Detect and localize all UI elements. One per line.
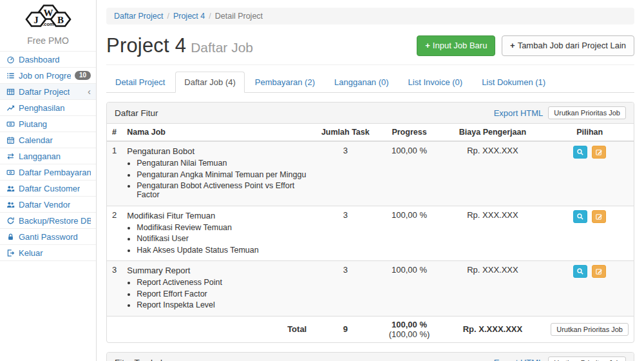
cost-cell: Rp. XXX.XXX — [440, 206, 546, 261]
edit-job-button[interactable] — [592, 146, 606, 159]
total-progress: 100,00 % (100,00 %) — [379, 316, 439, 342]
sidebar-item-backup-restore-db[interactable]: Backup/Restore DB — [0, 213, 96, 229]
job-name-cell: Pengaturan BobotPengaturan Nilai TemuanP… — [122, 141, 312, 206]
view-job-button[interactable] — [573, 265, 587, 278]
panel-fitur-tambahan: Fitur Tambahan Export HTML Urutkan Prior… — [106, 352, 634, 361]
breadcrumb-link-daftar-project[interactable]: Daftar Project — [114, 12, 163, 21]
search-icon — [576, 213, 584, 220]
sidebar-item-penghasilan[interactable]: Penghasilan — [0, 100, 96, 116]
count-badge: 10 — [75, 71, 91, 80]
breadcrumb-link-project-4[interactable]: Project 4 — [173, 12, 205, 21]
sidebar-item-label: Ganti Password — [19, 232, 78, 242]
panel-title: Daftar Fitur — [115, 108, 158, 118]
sidebar-item-dashboard[interactable]: Dashboard — [0, 52, 96, 68]
sidebar-item-daftar-pembayaran[interactable]: Daftar Pembayaran — [0, 164, 96, 180]
sidebar-item-label: Langganan — [19, 151, 61, 161]
view-job-button[interactable] — [573, 146, 587, 159]
job-table: #Nama JobJumlah TaskProgressBiaya Penger… — [107, 124, 634, 342]
sidebar-item-job-on-progress[interactable]: Job on Progress10 — [0, 68, 96, 84]
brand-logo[interactable]: W J B .com Free PMO — [0, 0, 96, 46]
sidebar-item-langganan[interactable]: Langganan — [0, 148, 96, 164]
backup-icon — [6, 217, 15, 225]
chevron-left-icon: ‹ — [88, 88, 91, 95]
edit-job-button[interactable] — [592, 265, 606, 278]
cost-cell: Rp. XXX.XXX — [440, 261, 546, 317]
column-header-jumlah-task: Jumlah Task — [312, 124, 379, 141]
sort-priority-button[interactable]: Urutkan Prioritas Job — [551, 323, 629, 336]
job-name: Pengaturan Bobot — [127, 146, 307, 156]
edit-job-button[interactable] — [592, 210, 606, 223]
sidebar-item-calendar[interactable]: Calendar — [0, 132, 96, 148]
job-subitem: Pengaturan Nilai Temuan — [137, 159, 307, 168]
sidebar-item-piutang[interactable]: Piutang — [0, 116, 96, 132]
total-row: Total 9 100,00 % (100,00 %) Rp. X.XXX.XX… — [107, 316, 634, 342]
sidebar-item-keluar[interactable]: Keluar — [0, 245, 96, 261]
job-subitem: Report Inspekta Level — [137, 300, 307, 309]
sidebar-item-daftar-vendor[interactable]: Daftar Vendor — [0, 197, 96, 213]
cost-cell: Rp. XXX.XXX — [440, 141, 546, 206]
sort-priority-button[interactable]: Urutkan Prioritas Job — [548, 356, 626, 361]
total-label: Total — [122, 316, 312, 342]
export-html-link[interactable]: Export HTML — [494, 358, 544, 361]
tab-bar: Detail Project Daftar Job (4) Pembayaran… — [106, 72, 634, 93]
sort-priority-button[interactable]: Urutkan Prioritas Job — [548, 106, 626, 119]
job-subitem: Report Activeness Point — [137, 278, 307, 287]
sidebar-item-daftar-project[interactable]: Daftar Project‹ — [0, 84, 96, 100]
edit-icon — [595, 213, 603, 220]
row-number: 1 — [107, 141, 122, 206]
actions-cell — [545, 206, 634, 261]
job-name: Modifikasi Fitur Temuan — [127, 210, 307, 220]
plus-icon: + — [425, 41, 430, 50]
jumlah-task-cell: 3 — [312, 206, 379, 261]
subscription-icon — [6, 152, 15, 161]
income-chart-icon — [6, 104, 15, 112]
row-number: 3 — [107, 261, 122, 317]
svg-text:J: J — [33, 15, 39, 25]
panel-header: Fitur Tambahan Export HTML Urutkan Prior… — [107, 353, 634, 361]
tambah-job-dari-project-lain-button[interactable]: +Tambah Job dari Project Lain — [502, 35, 634, 56]
column-header-num: # — [107, 124, 122, 141]
tab-pembayaran[interactable]: Pembayaran (2) — [246, 72, 324, 93]
sidebar-item-label: Daftar Project — [19, 87, 70, 97]
breadcrumb-separator: / — [209, 12, 211, 21]
job-name-cell: Modifikasi Fitur TemuanModifikasi Review… — [122, 206, 312, 261]
progress-cell: 100,00 % — [379, 141, 439, 206]
calendar-icon — [6, 136, 15, 144]
view-job-button[interactable] — [573, 210, 587, 223]
panels-container: Daftar Fitur Export HTML Urutkan Priorit… — [106, 102, 634, 361]
job-name: Summary Report — [127, 265, 307, 275]
sidebar-item-ganti-password[interactable]: Ganti Password — [0, 229, 96, 245]
jumlah-task-cell: 3 — [312, 141, 379, 206]
tab-daftar-job[interactable]: Daftar Job (4) — [175, 72, 244, 93]
job-row: 1 Pengaturan BobotPengaturan Nilai Temua… — [107, 141, 634, 206]
sidebar-item-label: Daftar Vendor — [19, 200, 70, 210]
app-root: W J B .com Free PMO DashboardJob on Prog… — [0, 0, 644, 361]
tab-langganan[interactable]: Langganan (0) — [325, 72, 398, 93]
tab-list-dokumen[interactable]: List Dokumen (1) — [473, 72, 554, 93]
input-job-baru-button[interactable]: +Input Job Baru — [417, 35, 495, 56]
dashboard-icon — [6, 55, 15, 64]
tab-list-invoice[interactable]: List Invoice (0) — [399, 72, 472, 93]
sidebar-item-daftar-customer[interactable]: Daftar Customer — [0, 180, 96, 197]
vendors-icon — [6, 200, 15, 209]
payment-icon — [6, 168, 15, 177]
breadcrumb-current: Detail Project — [215, 12, 263, 21]
password-icon — [6, 233, 15, 241]
panel-daftar-fitur: Daftar Fitur Export HTML Urutkan Priorit… — [106, 102, 634, 343]
export-html-link[interactable]: Export HTML — [494, 108, 544, 118]
plus-icon: + — [510, 41, 515, 50]
tab-detail-project[interactable]: Detail Project — [106, 72, 174, 93]
svg-text:.com: .com — [43, 21, 54, 27]
sidebar-item-label: Dashboard — [19, 55, 60, 64]
sidebar-item-label: Backup/Restore DB — [19, 216, 91, 226]
job-name-cell: Summary ReportReport Activeness PointRep… — [122, 261, 312, 317]
sidebar-item-label: Daftar Customer — [19, 184, 80, 193]
edit-icon — [595, 148, 603, 156]
search-icon — [576, 148, 584, 156]
column-header-progress: Progress — [379, 124, 439, 141]
sidebar-item-label: Daftar Pembayaran — [19, 168, 91, 177]
edit-icon — [595, 268, 603, 275]
column-header-nama-job: Nama Job — [122, 124, 312, 141]
customers-icon — [6, 184, 15, 193]
row-number: 2 — [107, 206, 122, 261]
